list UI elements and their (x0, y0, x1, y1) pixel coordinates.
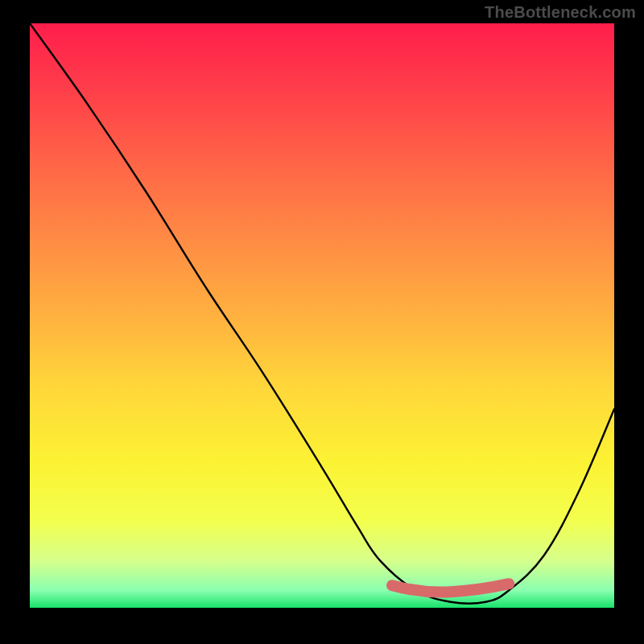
optimal-zone-marker (392, 584, 509, 592)
bottleneck-curve-line (30, 23, 614, 604)
watermark-text: TheBottleneck.com (485, 3, 636, 22)
chart-stage: TheBottleneck.com (0, 0, 644, 644)
curve-layer (30, 23, 614, 608)
plot-area (30, 23, 614, 608)
